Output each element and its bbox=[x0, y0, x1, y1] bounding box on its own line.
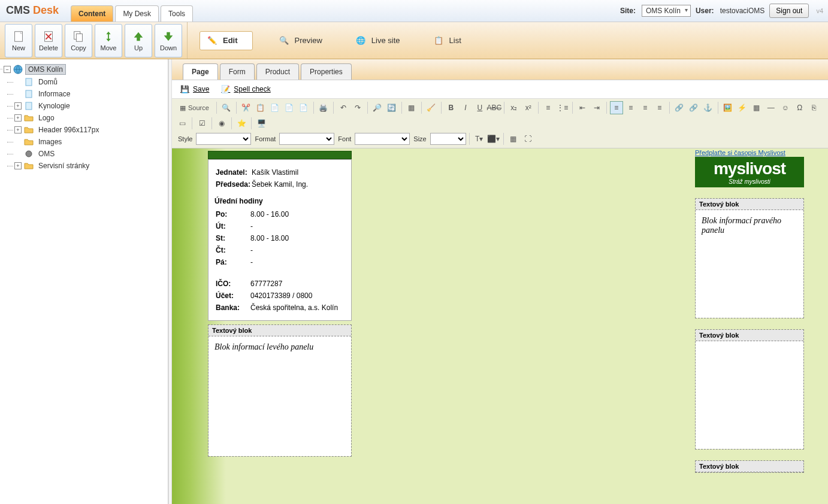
format-select[interactable] bbox=[279, 133, 334, 145]
magazine-banner[interactable]: myslivost Stráž myslivosti bbox=[695, 157, 804, 187]
undo-button[interactable]: ↶ bbox=[337, 101, 350, 114]
selectall-button[interactable]: ▦ bbox=[405, 101, 418, 114]
text-block-content[interactable] bbox=[696, 341, 803, 449]
italic-button[interactable]: I bbox=[459, 101, 472, 114]
superscript-button[interactable]: x² bbox=[522, 101, 535, 114]
tab-mydesk[interactable]: My Desk bbox=[115, 5, 159, 22]
tab-form[interactable]: Form bbox=[220, 63, 255, 80]
tree-item[interactable]: Domů bbox=[36, 77, 60, 87]
preview-icon-button[interactable]: 🔍 bbox=[220, 101, 233, 114]
folder-icon bbox=[24, 161, 34, 171]
bold-button[interactable]: B bbox=[445, 101, 458, 114]
underline-button[interactable]: U bbox=[473, 101, 486, 114]
ol-button[interactable]: ≡ bbox=[542, 101, 555, 114]
link-button[interactable]: 🔗 bbox=[673, 101, 686, 114]
checkbox-button[interactable]: ☑ bbox=[195, 117, 208, 130]
tree-item[interactable]: OMS bbox=[36, 149, 57, 159]
save-link[interactable]: 💾Save bbox=[180, 85, 209, 93]
spellcheck-link[interactable]: 📝Spell check bbox=[221, 85, 270, 93]
expander[interactable]: + bbox=[14, 102, 22, 110]
align-right-button[interactable]: ≡ bbox=[639, 101, 652, 114]
unlink-button[interactable]: 🔗 bbox=[687, 101, 700, 114]
font-select[interactable] bbox=[355, 133, 410, 145]
align-center-button[interactable]: ≡ bbox=[624, 101, 637, 114]
paste-word-button[interactable]: 📄 bbox=[297, 101, 310, 114]
copy-button[interactable]: Copy bbox=[65, 24, 92, 57]
mode-preview[interactable]: 🔍Preview bbox=[271, 31, 330, 50]
showblocks-button[interactable]: ▦ bbox=[507, 132, 520, 145]
tab-tools[interactable]: Tools bbox=[161, 5, 193, 22]
star-button[interactable]: ⭐ bbox=[235, 117, 248, 130]
text-block-right-3[interactable]: Textový blok bbox=[695, 460, 804, 473]
ul-button[interactable]: ⋮≡ bbox=[556, 101, 569, 114]
table-button[interactable]: ▦ bbox=[750, 101, 763, 114]
tree-item[interactable]: Header 996x117px bbox=[36, 125, 101, 135]
flash-button[interactable]: ⚡ bbox=[736, 101, 749, 114]
text-block-content[interactable]: Blok informací levého panelu bbox=[208, 336, 351, 456]
hr-button[interactable]: — bbox=[764, 101, 778, 114]
screen-button[interactable]: 🖥️ bbox=[255, 117, 268, 130]
text-block-left[interactable]: Textový blok Blok informací levého panel… bbox=[208, 324, 352, 457]
tree-item[interactable]: Kynologie bbox=[36, 101, 72, 111]
replace-button[interactable]: 🔄 bbox=[385, 101, 398, 114]
svg-marker-9 bbox=[164, 32, 173, 41]
text-block-right-2[interactable]: Textový blok bbox=[695, 329, 804, 450]
text-block-right-1[interactable]: Textový blok Blok informací pravého pane… bbox=[695, 198, 804, 318]
move-button[interactable]: Move bbox=[95, 24, 122, 57]
tab-product[interactable]: Product bbox=[256, 63, 299, 80]
down-button[interactable]: Down bbox=[155, 24, 182, 57]
editor-canvas[interactable]: Jednatel:Kašík Vlastimil Předseda:Šebek … bbox=[172, 148, 828, 504]
expander[interactable]: + bbox=[14, 162, 22, 169]
radio-button[interactable]: ◉ bbox=[215, 117, 228, 130]
mode-live[interactable]: 🌐Live site bbox=[347, 31, 407, 50]
strike-button[interactable]: ABC bbox=[488, 101, 501, 114]
copy-button[interactable]: 📋 bbox=[254, 101, 267, 114]
expander[interactable]: + bbox=[14, 126, 22, 133]
removeformat-button[interactable]: 🧹 bbox=[425, 101, 438, 114]
align-justify-button[interactable]: ≡ bbox=[653, 101, 666, 114]
tab-page[interactable]: Page bbox=[183, 63, 218, 80]
new-button[interactable]: New bbox=[5, 24, 32, 57]
mode-list[interactable]: 📋List bbox=[425, 31, 469, 50]
delete-button[interactable]: Delete bbox=[35, 24, 62, 57]
tree-item[interactable]: Logo bbox=[36, 113, 57, 123]
expander[interactable]: + bbox=[14, 114, 22, 122]
version-label: v4 bbox=[816, 7, 823, 14]
form-button[interactable]: ▭ bbox=[176, 117, 189, 130]
cut-button[interactable]: ✂️ bbox=[240, 101, 253, 114]
align-left-button[interactable]: ≡ bbox=[610, 101, 623, 114]
image-button[interactable]: 🖼️ bbox=[721, 101, 735, 114]
tree-item[interactable]: Images bbox=[36, 137, 64, 147]
mode-edit[interactable]: ✏️Edit bbox=[200, 31, 253, 50]
paste-text-button[interactable]: 📄 bbox=[283, 101, 296, 114]
site-selector[interactable]: OMS Kolín bbox=[642, 5, 691, 17]
bgcolor-button[interactable]: ⬛▾ bbox=[487, 132, 500, 145]
specialchar-button[interactable]: Ω bbox=[793, 101, 806, 114]
up-button[interactable]: Up bbox=[125, 24, 152, 57]
paste-button[interactable]: 📄 bbox=[268, 101, 282, 114]
tab-content[interactable]: Content bbox=[71, 5, 113, 22]
style-label: Style bbox=[178, 135, 192, 142]
style-select[interactable] bbox=[196, 133, 251, 145]
anchor-button[interactable]: ⚓ bbox=[702, 101, 715, 114]
pagebreak-button[interactable]: ⎘ bbox=[808, 101, 821, 114]
tab-properties[interactable]: Properties bbox=[301, 63, 352, 80]
tree-root[interactable]: OMS Kolín bbox=[25, 64, 66, 75]
magazine-link[interactable]: Předplaťte si časopis Myslivost bbox=[695, 149, 785, 156]
smiley-button[interactable]: ☺ bbox=[779, 101, 792, 114]
indent-button[interactable]: ⇥ bbox=[590, 101, 603, 114]
redo-button[interactable]: ↷ bbox=[351, 101, 364, 114]
tree-item[interactable]: Informace bbox=[36, 89, 72, 99]
print-button[interactable]: 🖨️ bbox=[317, 101, 330, 114]
signout-button[interactable]: Sign out bbox=[769, 4, 809, 18]
maximize-button[interactable]: ⛶ bbox=[521, 132, 534, 145]
find-button[interactable]: 🔎 bbox=[371, 101, 384, 114]
size-select[interactable] bbox=[430, 133, 466, 145]
tree-item[interactable]: Servisní stránky bbox=[36, 161, 92, 171]
textcolor-button[interactable]: T▾ bbox=[473, 132, 486, 145]
text-block-content[interactable]: Blok informací pravého panelu bbox=[696, 210, 803, 318]
source-button[interactable]: ▦Source bbox=[176, 101, 213, 114]
expander[interactable]: − bbox=[4, 66, 11, 73]
outdent-button[interactable]: ⇤ bbox=[576, 101, 589, 114]
subscript-button[interactable]: x₂ bbox=[507, 101, 521, 114]
